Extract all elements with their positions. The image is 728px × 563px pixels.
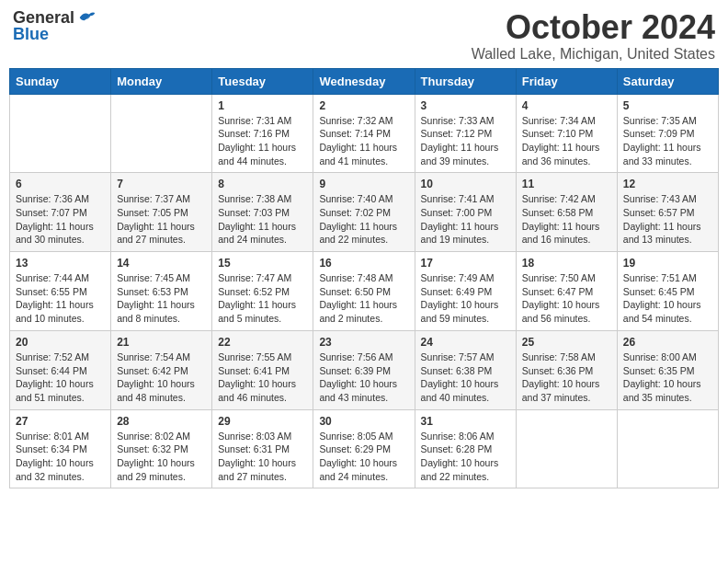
day-number: 21 bbox=[117, 336, 206, 349]
day-number: 28 bbox=[117, 415, 206, 428]
weekday-header-cell: Friday bbox=[516, 68, 617, 94]
calendar-table: SundayMondayTuesdayWednesdayThursdayFrid… bbox=[9, 68, 719, 489]
calendar-day-cell: 13Sunrise: 7:44 AMSunset: 6:55 PMDayligh… bbox=[10, 252, 111, 331]
day-number: 3 bbox=[421, 99, 510, 112]
day-info: Sunrise: 7:34 AMSunset: 7:10 PMDaylight:… bbox=[522, 114, 611, 168]
logo-bird-icon bbox=[78, 9, 97, 26]
day-info: Sunrise: 8:00 AMSunset: 6:35 PMDaylight:… bbox=[623, 350, 712, 405]
day-number: 5 bbox=[623, 99, 712, 112]
day-number: 6 bbox=[16, 178, 105, 190]
day-number: 7 bbox=[117, 178, 206, 190]
day-info: Sunrise: 7:42 AMSunset: 6:58 PMDaylight:… bbox=[522, 192, 611, 247]
calendar-day-cell: 2Sunrise: 7:32 AMSunset: 7:14 PMDaylight… bbox=[313, 94, 415, 173]
calendar-day-cell: 9Sunrise: 7:40 AMSunset: 7:02 PMDaylight… bbox=[313, 173, 415, 252]
day-number: 31 bbox=[421, 415, 510, 428]
day-number: 11 bbox=[522, 178, 611, 190]
day-number: 20 bbox=[16, 336, 105, 349]
day-info: Sunrise: 7:32 AMSunset: 7:14 PMDaylight:… bbox=[319, 114, 408, 168]
day-number: 9 bbox=[319, 178, 408, 190]
weekday-header-cell: Tuesday bbox=[212, 68, 313, 94]
title-block: October 2024 Walled Lake, Michigan, Unit… bbox=[472, 9, 715, 63]
day-info: Sunrise: 7:45 AMSunset: 6:53 PMDaylight:… bbox=[117, 271, 206, 326]
calendar-day-cell bbox=[111, 94, 212, 173]
day-number: 30 bbox=[319, 415, 408, 428]
calendar-week-row: 27Sunrise: 8:01 AMSunset: 6:34 PMDayligh… bbox=[10, 409, 719, 488]
calendar-day-cell: 21Sunrise: 7:54 AMSunset: 6:42 PMDayligh… bbox=[111, 330, 212, 409]
calendar-week-row: 1Sunrise: 7:31 AMSunset: 7:16 PMDaylight… bbox=[10, 94, 719, 173]
calendar-week-row: 6Sunrise: 7:36 AMSunset: 7:07 PMDaylight… bbox=[10, 173, 719, 252]
day-info: Sunrise: 7:57 AMSunset: 6:38 PMDaylight:… bbox=[421, 350, 510, 405]
calendar-day-cell: 27Sunrise: 8:01 AMSunset: 6:34 PMDayligh… bbox=[10, 409, 111, 488]
calendar-day-cell: 6Sunrise: 7:36 AMSunset: 7:07 PMDaylight… bbox=[10, 173, 111, 252]
day-number: 25 bbox=[522, 336, 611, 349]
day-info: Sunrise: 7:50 AMSunset: 6:47 PMDaylight:… bbox=[522, 271, 611, 326]
logo: General Blue bbox=[13, 9, 97, 43]
day-info: Sunrise: 8:02 AMSunset: 6:32 PMDaylight:… bbox=[117, 430, 206, 484]
calendar-header: SundayMondayTuesdayWednesdayThursdayFrid… bbox=[10, 68, 719, 94]
calendar-day-cell: 7Sunrise: 7:37 AMSunset: 7:05 PMDaylight… bbox=[111, 173, 212, 252]
calendar-day-cell: 22Sunrise: 7:55 AMSunset: 6:41 PMDayligh… bbox=[212, 330, 313, 409]
day-number: 8 bbox=[218, 178, 307, 190]
calendar-day-cell bbox=[617, 409, 718, 488]
calendar-day-cell: 8Sunrise: 7:38 AMSunset: 7:03 PMDaylight… bbox=[212, 173, 313, 252]
day-number: 17 bbox=[421, 257, 510, 270]
calendar-day-cell: 19Sunrise: 7:51 AMSunset: 6:45 PMDayligh… bbox=[617, 252, 718, 331]
calendar-day-cell: 16Sunrise: 7:48 AMSunset: 6:50 PMDayligh… bbox=[313, 252, 415, 331]
calendar-day-cell: 12Sunrise: 7:43 AMSunset: 6:57 PMDayligh… bbox=[617, 173, 718, 252]
weekday-header-cell: Sunday bbox=[10, 68, 111, 94]
day-info: Sunrise: 7:55 AMSunset: 6:41 PMDaylight:… bbox=[218, 350, 307, 405]
calendar-day-cell: 3Sunrise: 7:33 AMSunset: 7:12 PMDaylight… bbox=[415, 94, 516, 173]
day-number: 24 bbox=[421, 336, 510, 349]
day-number: 12 bbox=[623, 178, 712, 190]
calendar-day-cell: 15Sunrise: 7:47 AMSunset: 6:52 PMDayligh… bbox=[212, 252, 313, 331]
calendar-day-cell: 10Sunrise: 7:41 AMSunset: 7:00 PMDayligh… bbox=[415, 173, 516, 252]
calendar-day-cell bbox=[516, 409, 617, 488]
day-info: Sunrise: 7:40 AMSunset: 7:02 PMDaylight:… bbox=[319, 192, 408, 247]
day-info: Sunrise: 7:43 AMSunset: 6:57 PMDaylight:… bbox=[623, 192, 712, 247]
calendar-day-cell: 18Sunrise: 7:50 AMSunset: 6:47 PMDayligh… bbox=[516, 252, 617, 331]
day-info: Sunrise: 8:03 AMSunset: 6:31 PMDaylight:… bbox=[218, 430, 307, 484]
day-number: 19 bbox=[623, 257, 712, 270]
weekday-header-cell: Monday bbox=[111, 68, 212, 94]
day-info: Sunrise: 8:05 AMSunset: 6:29 PMDaylight:… bbox=[319, 430, 408, 484]
weekday-header-row: SundayMondayTuesdayWednesdayThursdayFrid… bbox=[10, 68, 719, 94]
day-number: 14 bbox=[117, 257, 206, 270]
calendar-day-cell: 31Sunrise: 8:06 AMSunset: 6:28 PMDayligh… bbox=[415, 409, 516, 488]
location-subtitle: Walled Lake, Michigan, United States bbox=[472, 46, 715, 63]
day-number: 4 bbox=[522, 99, 611, 112]
calendar-day-cell: 23Sunrise: 7:56 AMSunset: 6:39 PMDayligh… bbox=[313, 330, 415, 409]
day-info: Sunrise: 8:01 AMSunset: 6:34 PMDaylight:… bbox=[16, 430, 105, 484]
day-info: Sunrise: 7:54 AMSunset: 6:42 PMDaylight:… bbox=[117, 350, 206, 405]
day-number: 27 bbox=[16, 415, 105, 428]
calendar-day-cell bbox=[10, 94, 111, 173]
calendar-day-cell: 1Sunrise: 7:31 AMSunset: 7:16 PMDaylight… bbox=[212, 94, 313, 173]
day-info: Sunrise: 7:52 AMSunset: 6:44 PMDaylight:… bbox=[16, 350, 105, 405]
calendar-day-cell: 20Sunrise: 7:52 AMSunset: 6:44 PMDayligh… bbox=[10, 330, 111, 409]
calendar-day-cell: 30Sunrise: 8:05 AMSunset: 6:29 PMDayligh… bbox=[313, 409, 415, 488]
day-number: 10 bbox=[421, 178, 510, 190]
day-number: 15 bbox=[218, 257, 307, 270]
weekday-header-cell: Wednesday bbox=[313, 68, 415, 94]
calendar-day-cell: 26Sunrise: 8:00 AMSunset: 6:35 PMDayligh… bbox=[617, 330, 718, 409]
calendar-day-cell: 14Sunrise: 7:45 AMSunset: 6:53 PMDayligh… bbox=[111, 252, 212, 331]
day-info: Sunrise: 7:36 AMSunset: 7:07 PMDaylight:… bbox=[16, 192, 105, 247]
day-number: 26 bbox=[623, 336, 712, 349]
logo-blue-text: Blue bbox=[13, 25, 49, 43]
day-info: Sunrise: 7:38 AMSunset: 7:03 PMDaylight:… bbox=[218, 192, 307, 247]
day-info: Sunrise: 7:35 AMSunset: 7:09 PMDaylight:… bbox=[623, 114, 712, 168]
logo-general-text: General bbox=[13, 9, 74, 26]
day-info: Sunrise: 7:49 AMSunset: 6:49 PMDaylight:… bbox=[421, 271, 510, 326]
day-info: Sunrise: 7:44 AMSunset: 6:55 PMDaylight:… bbox=[16, 271, 105, 326]
calendar-day-cell: 28Sunrise: 8:02 AMSunset: 6:32 PMDayligh… bbox=[111, 409, 212, 488]
day-number: 23 bbox=[319, 336, 408, 349]
day-info: Sunrise: 7:41 AMSunset: 7:00 PMDaylight:… bbox=[421, 192, 510, 247]
day-info: Sunrise: 7:33 AMSunset: 7:12 PMDaylight:… bbox=[421, 114, 510, 168]
day-info: Sunrise: 7:51 AMSunset: 6:45 PMDaylight:… bbox=[623, 271, 712, 326]
weekday-header-cell: Thursday bbox=[415, 68, 516, 94]
day-info: Sunrise: 7:31 AMSunset: 7:16 PMDaylight:… bbox=[218, 114, 307, 168]
calendar-day-cell: 5Sunrise: 7:35 AMSunset: 7:09 PMDaylight… bbox=[617, 94, 718, 173]
weekday-header-cell: Saturday bbox=[617, 68, 718, 94]
day-info: Sunrise: 7:48 AMSunset: 6:50 PMDaylight:… bbox=[319, 271, 408, 326]
calendar-day-cell: 29Sunrise: 8:03 AMSunset: 6:31 PMDayligh… bbox=[212, 409, 313, 488]
day-info: Sunrise: 7:47 AMSunset: 6:52 PMDaylight:… bbox=[218, 271, 307, 326]
